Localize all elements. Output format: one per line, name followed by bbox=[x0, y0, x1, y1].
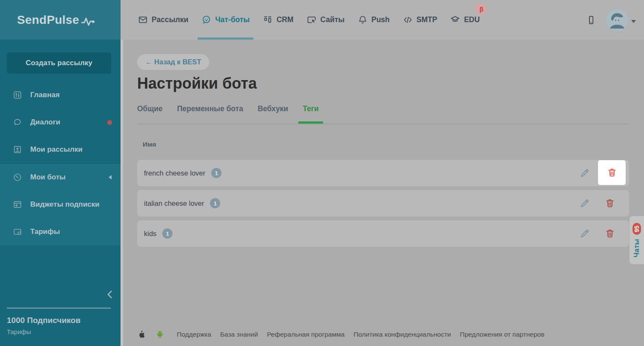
code-icon bbox=[403, 15, 413, 25]
sliders-icon bbox=[13, 90, 22, 100]
back-to-bot-button[interactable]: ← Назад к BEST bbox=[137, 54, 209, 70]
edit-tag-button[interactable] bbox=[580, 168, 590, 178]
upload-box-icon bbox=[13, 145, 22, 154]
chats-count-badge: 95 bbox=[632, 223, 641, 235]
caret-left-icon bbox=[108, 175, 112, 180]
edit-tag-button[interactable] bbox=[580, 198, 590, 208]
sidebar-item-label: Диалоги bbox=[30, 118, 60, 127]
nav-item-label: Push bbox=[371, 15, 390, 24]
tag-count-badge: 1 bbox=[162, 228, 172, 239]
sidebar: SendPulse Создать рассылку Главная Диало… bbox=[0, 0, 121, 346]
beta-badge: β bbox=[476, 3, 487, 14]
sidebar-item-subscription-widgets[interactable]: Виджеты подписки bbox=[0, 191, 121, 218]
page-title: Настройки бота bbox=[137, 75, 257, 92]
unread-dot bbox=[107, 120, 112, 125]
trash-icon bbox=[607, 167, 617, 178]
mobile-phone-icon[interactable] bbox=[586, 15, 596, 25]
tag-name: french cheese lover bbox=[144, 169, 205, 177]
site-cursor-icon bbox=[307, 15, 316, 25]
crm-icon bbox=[263, 15, 273, 25]
delete-tag-button[interactable] bbox=[605, 228, 615, 239]
settings-tabs: Общие Переменные бота Вебхуки Теги bbox=[137, 104, 629, 124]
topnav-right bbox=[586, 9, 636, 31]
chats-side-tab[interactable]: Чаты 95 bbox=[630, 216, 644, 264]
footer-link-referral[interactable]: Реферальная программа bbox=[267, 331, 345, 338]
row-actions bbox=[580, 228, 615, 239]
graduation-cap-icon bbox=[450, 15, 460, 25]
delete-tag-button-highlighted[interactable] bbox=[598, 160, 626, 185]
account-menu[interactable] bbox=[606, 9, 636, 31]
nav-item-label: Чат-боты bbox=[215, 15, 250, 24]
tab-general[interactable]: Общие bbox=[137, 104, 163, 124]
nav-item-push[interactable]: Push bbox=[358, 0, 390, 40]
footer-link-support[interactable]: Поддержка bbox=[177, 331, 211, 338]
create-campaign-button[interactable]: Создать рассылку bbox=[7, 52, 111, 74]
tab-bot-variables[interactable]: Переменные бота bbox=[177, 104, 243, 124]
chevron-down-icon bbox=[631, 20, 636, 23]
envelope-icon bbox=[138, 15, 148, 25]
pencil-icon bbox=[580, 168, 590, 178]
nav-item-label: CRM bbox=[276, 15, 293, 24]
chevron-left-icon bbox=[104, 289, 115, 300]
footer-link-partner-offers[interactable]: Предложения от партнеров bbox=[460, 331, 544, 338]
nav-item-crm[interactable]: CRM bbox=[263, 0, 293, 40]
tag-row: french cheese lover 1 bbox=[137, 160, 629, 186]
logo[interactable]: SendPulse bbox=[0, 0, 121, 40]
footer-link-privacy[interactable]: Политика конфиденциальности bbox=[354, 331, 451, 338]
sidebar-item-home[interactable]: Главная bbox=[0, 81, 121, 109]
sidebar-body: Создать рассылку Главная Диалоги Мои рас… bbox=[0, 40, 121, 346]
trash-icon bbox=[605, 228, 615, 239]
main-content: ← Назад к BEST Настройки бота Общие Пере… bbox=[121, 40, 644, 346]
tag-name: kids bbox=[144, 230, 156, 238]
tags-list: french cheese lover 1 italian cheese lov… bbox=[137, 160, 629, 247]
sidebar-nav: Главная Диалоги Мои рассылки Мои боты bbox=[0, 81, 121, 245]
pulse-icon bbox=[80, 15, 97, 28]
sidebar-item-label: Тарифы bbox=[30, 228, 60, 236]
chatbot-smiley-icon bbox=[201, 15, 211, 25]
chat-bubble-icon bbox=[13, 118, 22, 127]
sidebar-divider bbox=[7, 308, 111, 309]
delete-tag-button[interactable] bbox=[605, 198, 615, 208]
logo-text: SendPulse bbox=[17, 13, 79, 27]
tag-row: italian cheese lover 1 bbox=[137, 190, 629, 216]
apple-icon[interactable] bbox=[137, 329, 147, 340]
footer: Поддержка База знаний Реферальная програ… bbox=[137, 326, 544, 343]
nav-item-smtp[interactable]: SMTP bbox=[403, 0, 437, 40]
sidebar-item-label: Мои боты bbox=[30, 173, 66, 182]
pencil-icon bbox=[580, 228, 590, 239]
sidebar-item-label: Мои рассылки bbox=[30, 145, 83, 154]
wallet-icon bbox=[13, 227, 22, 236]
sidebar-item-my-bots[interactable]: Мои боты bbox=[0, 164, 121, 191]
chats-label: Чаты bbox=[633, 239, 641, 257]
tariffs-link[interactable]: Тарифы bbox=[7, 328, 31, 335]
tab-webhooks[interactable]: Вебхуки bbox=[258, 104, 288, 124]
tab-tags[interactable]: Теги bbox=[303, 104, 319, 124]
nav-item-label: Сайты bbox=[320, 15, 345, 24]
top-navigation: Рассылки Чат-боты CRM Сайты Push SMTP ED… bbox=[121, 0, 644, 40]
bot-compass-icon bbox=[13, 173, 22, 182]
trash-icon bbox=[605, 198, 615, 208]
name-column-header: Имя bbox=[143, 141, 156, 148]
nav-item-campaigns[interactable]: Рассылки bbox=[138, 0, 188, 40]
android-icon[interactable] bbox=[155, 329, 164, 340]
edit-tag-button[interactable] bbox=[580, 228, 590, 239]
sidebar-item-label: Главная bbox=[30, 91, 60, 99]
tag-count-badge: 1 bbox=[210, 198, 220, 208]
widget-plus-icon bbox=[13, 200, 22, 209]
content-edge bbox=[121, 40, 123, 346]
sidebar-collapse-button[interactable] bbox=[104, 289, 115, 300]
nav-item-sites[interactable]: Сайты bbox=[307, 0, 345, 40]
nav-item-edu[interactable]: EDU β bbox=[450, 0, 480, 40]
sidebar-item-tariffs[interactable]: Тарифы bbox=[0, 218, 121, 245]
nav-item-chatbots[interactable]: Чат-боты bbox=[201, 0, 250, 40]
sidebar-item-my-campaigns[interactable]: Мои рассылки bbox=[0, 136, 121, 163]
nav-item-label: SMTP bbox=[417, 15, 437, 24]
sidebar-item-dialogs[interactable]: Диалоги bbox=[0, 109, 121, 136]
footer-link-knowledge-base[interactable]: База знаний bbox=[220, 331, 258, 338]
tag-count-badge: 1 bbox=[211, 168, 221, 178]
avatar bbox=[606, 9, 628, 31]
sidebar-item-label: Виджеты подписки bbox=[30, 200, 100, 209]
tag-row: kids 1 bbox=[137, 220, 629, 247]
nav-item-label: EDU bbox=[464, 15, 480, 24]
tag-name: italian cheese lover bbox=[144, 199, 204, 208]
